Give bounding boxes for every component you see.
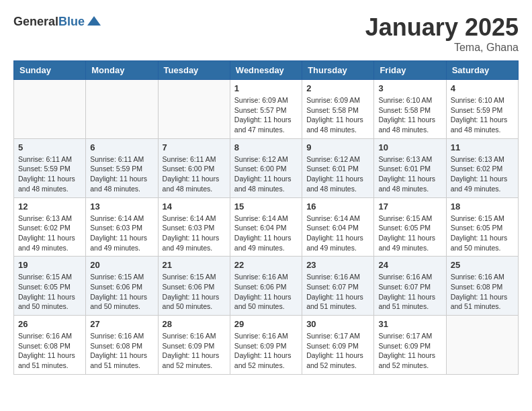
calendar-cell: 6Sunrise: 6:11 AMSunset: 5:59 PMDaylight… — [86, 138, 158, 197]
day-info: Sunrise: 6:13 AMSunset: 6:01 PMDaylight:… — [378, 154, 441, 194]
calendar-cell: 23Sunrise: 6:16 AMSunset: 6:07 PMDayligh… — [302, 257, 374, 316]
day-number: 16 — [306, 201, 369, 212]
day-number: 18 — [451, 201, 514, 212]
day-info: Sunrise: 6:11 AMSunset: 5:59 PMDaylight:… — [90, 154, 153, 194]
logo-icon — [86, 13, 102, 30]
calendar-cell: 21Sunrise: 6:15 AMSunset: 6:06 PMDayligh… — [158, 257, 230, 316]
day-number: 29 — [234, 319, 298, 329]
day-info: Sunrise: 6:11 AMSunset: 6:00 PMDaylight:… — [163, 154, 226, 194]
calendar-cell: 17Sunrise: 6:15 AMSunset: 6:05 PMDayligh… — [374, 197, 446, 257]
day-info: Sunrise: 6:16 AMSunset: 6:07 PMDaylight:… — [306, 272, 369, 312]
day-info: Sunrise: 6:10 AMSunset: 5:59 PMDaylight:… — [451, 95, 514, 135]
day-number: 1 — [234, 83, 298, 93]
month-title: January 2025 — [365, 13, 519, 42]
day-number: 11 — [451, 142, 514, 152]
weekday-header: Wednesday — [230, 61, 302, 80]
calendar-cell — [158, 80, 230, 139]
day-info: Sunrise: 6:16 AMSunset: 6:08 PMDaylight:… — [451, 272, 514, 312]
weekday-header: Monday — [86, 61, 158, 80]
svg-marker-0 — [87, 16, 101, 26]
logo-general-text: General — [13, 15, 58, 28]
location: Tema, Ghana — [365, 42, 519, 54]
day-info: Sunrise: 6:12 AMSunset: 6:01 PMDaylight:… — [306, 154, 369, 194]
day-info: Sunrise: 6:16 AMSunset: 6:08 PMDaylight:… — [18, 331, 81, 371]
weekday-header: Friday — [374, 61, 446, 80]
day-number: 30 — [306, 319, 369, 329]
calendar-cell: 26Sunrise: 6:16 AMSunset: 6:08 PMDayligh… — [14, 316, 86, 375]
weekday-header: Sunday — [14, 61, 86, 80]
day-number: 3 — [378, 83, 441, 93]
calendar-cell: 16Sunrise: 6:14 AMSunset: 6:04 PMDayligh… — [302, 197, 374, 257]
day-info: Sunrise: 6:13 AMSunset: 6:02 PMDaylight:… — [18, 214, 81, 253]
calendar-cell: 9Sunrise: 6:12 AMSunset: 6:01 PMDaylight… — [302, 138, 374, 197]
day-number: 8 — [234, 142, 298, 152]
calendar-cell: 8Sunrise: 6:12 AMSunset: 6:00 PMDaylight… — [230, 138, 302, 197]
day-number: 24 — [378, 260, 441, 270]
day-number: 23 — [306, 260, 369, 270]
calendar-cell: 30Sunrise: 6:17 AMSunset: 6:09 PMDayligh… — [302, 316, 374, 375]
title-block: January 2025 Tema, Ghana — [365, 13, 519, 54]
day-info: Sunrise: 6:13 AMSunset: 6:02 PMDaylight:… — [451, 154, 514, 194]
day-number: 28 — [163, 319, 226, 329]
day-info: Sunrise: 6:16 AMSunset: 6:09 PMDaylight:… — [234, 331, 298, 371]
calendar-cell: 25Sunrise: 6:16 AMSunset: 6:08 PMDayligh… — [446, 257, 518, 316]
day-number: 27 — [90, 319, 153, 329]
day-number: 6 — [90, 142, 153, 152]
calendar-cell: 22Sunrise: 6:16 AMSunset: 6:06 PMDayligh… — [230, 257, 302, 316]
day-number: 5 — [18, 142, 81, 152]
weekday-header: Saturday — [446, 61, 518, 80]
day-number: 17 — [378, 201, 441, 212]
day-number: 12 — [18, 201, 81, 212]
calendar-cell: 7Sunrise: 6:11 AMSunset: 6:00 PMDaylight… — [158, 138, 230, 197]
day-info: Sunrise: 6:16 AMSunset: 6:07 PMDaylight:… — [378, 272, 441, 312]
day-info: Sunrise: 6:10 AMSunset: 5:58 PMDaylight:… — [378, 95, 441, 135]
calendar-cell: 29Sunrise: 6:16 AMSunset: 6:09 PMDayligh… — [230, 316, 302, 375]
day-number: 13 — [90, 201, 153, 212]
weekday-header: Tuesday — [158, 61, 230, 80]
day-info: Sunrise: 6:09 AMSunset: 5:57 PMDaylight:… — [234, 95, 298, 135]
weekday-header: Thursday — [302, 61, 374, 80]
page-header: GeneralBlue January 2025 Tema, Ghana — [13, 13, 519, 54]
day-number: 22 — [234, 260, 298, 270]
day-info: Sunrise: 6:15 AMSunset: 6:05 PMDaylight:… — [18, 272, 81, 312]
day-info: Sunrise: 6:15 AMSunset: 6:05 PMDaylight:… — [378, 214, 441, 253]
day-info: Sunrise: 6:16 AMSunset: 6:06 PMDaylight:… — [234, 272, 298, 312]
day-info: Sunrise: 6:15 AMSunset: 6:06 PMDaylight:… — [163, 272, 226, 312]
day-info: Sunrise: 6:11 AMSunset: 5:59 PMDaylight:… — [18, 154, 81, 194]
calendar-cell: 10Sunrise: 6:13 AMSunset: 6:01 PMDayligh… — [374, 138, 446, 197]
calendar-cell: 5Sunrise: 6:11 AMSunset: 5:59 PMDaylight… — [14, 138, 86, 197]
calendar-cell: 11Sunrise: 6:13 AMSunset: 6:02 PMDayligh… — [446, 138, 518, 197]
calendar-cell: 13Sunrise: 6:14 AMSunset: 6:03 PMDayligh… — [86, 197, 158, 257]
day-number: 25 — [451, 260, 514, 270]
day-info: Sunrise: 6:16 AMSunset: 6:08 PMDaylight:… — [90, 331, 153, 371]
day-info: Sunrise: 6:12 AMSunset: 6:00 PMDaylight:… — [234, 154, 298, 194]
day-number: 19 — [18, 260, 81, 270]
day-number: 14 — [163, 201, 226, 212]
calendar-cell: 12Sunrise: 6:13 AMSunset: 6:02 PMDayligh… — [14, 197, 86, 257]
calendar-cell: 27Sunrise: 6:16 AMSunset: 6:08 PMDayligh… — [86, 316, 158, 375]
day-number: 15 — [234, 201, 298, 212]
day-number: 20 — [90, 260, 153, 270]
calendar-cell: 28Sunrise: 6:16 AMSunset: 6:09 PMDayligh… — [158, 316, 230, 375]
day-info: Sunrise: 6:14 AMSunset: 6:04 PMDaylight:… — [234, 214, 298, 253]
day-info: Sunrise: 6:14 AMSunset: 6:04 PMDaylight:… — [306, 214, 369, 253]
calendar-cell: 15Sunrise: 6:14 AMSunset: 6:04 PMDayligh… — [230, 197, 302, 257]
calendar-table: SundayMondayTuesdayWednesdayThursdayFrid… — [13, 60, 519, 375]
day-number: 4 — [451, 83, 514, 93]
calendar-cell — [14, 80, 86, 139]
day-info: Sunrise: 6:15 AMSunset: 6:06 PMDaylight:… — [90, 272, 153, 312]
day-info: Sunrise: 6:15 AMSunset: 6:05 PMDaylight:… — [451, 214, 514, 253]
day-info: Sunrise: 6:17 AMSunset: 6:09 PMDaylight:… — [378, 331, 441, 371]
calendar-cell: 24Sunrise: 6:16 AMSunset: 6:07 PMDayligh… — [374, 257, 446, 316]
day-info: Sunrise: 6:09 AMSunset: 5:58 PMDaylight:… — [306, 95, 369, 135]
day-number: 31 — [378, 319, 441, 329]
calendar-cell: 19Sunrise: 6:15 AMSunset: 6:05 PMDayligh… — [14, 257, 86, 316]
calendar-cell: 1Sunrise: 6:09 AMSunset: 5:57 PMDaylight… — [230, 80, 302, 139]
calendar-cell: 14Sunrise: 6:14 AMSunset: 6:03 PMDayligh… — [158, 197, 230, 257]
day-number: 2 — [306, 83, 369, 93]
calendar-cell: 18Sunrise: 6:15 AMSunset: 6:05 PMDayligh… — [446, 197, 518, 257]
day-info: Sunrise: 6:17 AMSunset: 6:09 PMDaylight:… — [306, 331, 369, 371]
calendar-cell: 31Sunrise: 6:17 AMSunset: 6:09 PMDayligh… — [374, 316, 446, 375]
calendar-cell: 3Sunrise: 6:10 AMSunset: 5:58 PMDaylight… — [374, 80, 446, 139]
day-number: 10 — [378, 142, 441, 152]
